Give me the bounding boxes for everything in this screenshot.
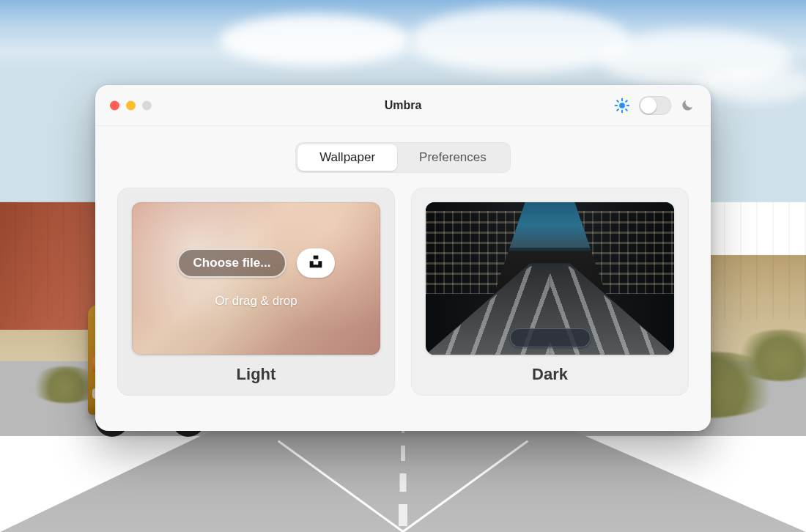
tab-bar: Wallpaper Preferences bbox=[95, 126, 711, 188]
window-minimize-button[interactable] bbox=[126, 100, 136, 110]
unsplash-icon bbox=[308, 254, 323, 272]
dark-preview-pill bbox=[510, 328, 591, 347]
dark-preview[interactable] bbox=[426, 202, 674, 355]
panel-light: Choose file... Or drag & drop Light bbox=[117, 188, 395, 396]
unsplash-button[interactable] bbox=[297, 248, 335, 278]
panel-dark: Dark bbox=[411, 188, 689, 396]
tab-preferences[interactable]: Preferences bbox=[397, 144, 509, 171]
moon-icon bbox=[680, 98, 695, 113]
svg-point-0 bbox=[619, 103, 625, 108]
window-title: Umbra bbox=[385, 99, 422, 112]
svg-line-5 bbox=[617, 100, 618, 102]
choose-file-label: Choose file... bbox=[193, 256, 271, 270]
tab-preferences-label: Preferences bbox=[419, 150, 487, 164]
tab-wallpaper[interactable]: Wallpaper bbox=[297, 144, 397, 171]
svg-line-6 bbox=[626, 109, 627, 111]
drag-drop-label: Or drag & drop bbox=[215, 294, 297, 309]
svg-rect-9 bbox=[314, 256, 319, 259]
tab-wallpaper-label: Wallpaper bbox=[319, 150, 375, 164]
light-preview-dropzone[interactable]: Choose file... Or drag & drop bbox=[132, 202, 380, 355]
appearance-toggle[interactable] bbox=[639, 96, 671, 115]
app-window: Umbra bbox=[95, 85, 711, 431]
window-maximize-button[interactable] bbox=[142, 100, 152, 110]
panel-dark-label: Dark bbox=[532, 365, 568, 384]
panel-light-label: Light bbox=[237, 365, 276, 384]
titlebar: Umbra bbox=[95, 85, 711, 126]
traffic-lights bbox=[110, 100, 152, 110]
choose-file-button[interactable]: Choose file... bbox=[177, 248, 287, 278]
svg-line-8 bbox=[626, 100, 627, 102]
svg-line-7 bbox=[617, 109, 618, 111]
sun-icon bbox=[614, 97, 630, 114]
window-close-button[interactable] bbox=[110, 100, 119, 110]
